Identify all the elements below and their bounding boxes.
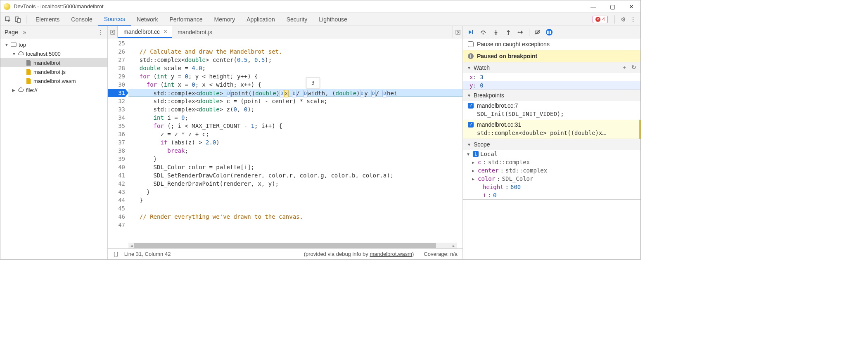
pause-caught-row: Pause on caught exceptions	[463, 38, 640, 50]
coverage-status: Coverage: n/a	[424, 251, 458, 257]
maximize-button[interactable]: ▢	[607, 2, 618, 11]
settings-icon[interactable]: ⚙	[618, 14, 628, 24]
main-toolbar: ElementsConsoleSourcesNetworkPerformance…	[0, 13, 640, 26]
watch-refresh-icon[interactable]: ↻	[631, 64, 636, 71]
tree-item[interactable]: mandelbrot.js	[0, 67, 107, 76]
close-tab-icon[interactable]: ✕	[163, 28, 168, 35]
debugger-toolbar: ▮▮	[463, 26, 640, 38]
close-button[interactable]: ✕	[626, 2, 637, 11]
svg-rect-2	[17, 19, 20, 22]
scope-section: ▼Scope ▼L Local▶c: std::complex▶center: …	[463, 139, 640, 200]
tab-lighthouse[interactable]: Lighthouse	[313, 13, 353, 26]
inspect-icon[interactable]	[3, 14, 13, 24]
resume-icon[interactable]	[467, 28, 475, 36]
kebab-icon[interactable]: ⋮	[628, 14, 638, 24]
scope-item[interactable]: i: 0	[463, 191, 640, 199]
tab-performance[interactable]: Performance	[164, 13, 208, 26]
tree-item[interactable]: mandelbrot	[0, 58, 107, 67]
minimize-button[interactable]: —	[588, 2, 599, 11]
svg-point-6	[483, 33, 484, 34]
value-tooltip: 3	[306, 78, 320, 88]
step-over-icon[interactable]	[479, 28, 488, 36]
file-tab[interactable]: mandelbrot.js	[172, 26, 216, 38]
pause-state-icon[interactable]: ▮▮	[546, 29, 553, 35]
watch-item[interactable]: y: 0	[463, 81, 640, 90]
step-icon[interactable]	[517, 28, 525, 36]
pause-caught-label: Pause on caught exceptions	[477, 41, 550, 47]
device-icon[interactable]	[13, 14, 23, 24]
navigator-more-tabs[interactable]: »	[23, 29, 26, 35]
debug-info-link[interactable]: mandelbrot.wasm	[370, 251, 412, 257]
svg-rect-4	[456, 30, 460, 34]
tab-application[interactable]: Application	[241, 13, 281, 26]
watch-section: ▼Watch＋↻ x: 3y: 0	[463, 62, 640, 90]
titlebar: DevTools - localhost:5000/mandelbrot — ▢…	[0, 0, 640, 13]
error-badge[interactable]: ✕4	[593, 16, 608, 23]
scope-item[interactable]: height: 600	[463, 183, 640, 191]
watch-header[interactable]: ▼Watch＋↻	[463, 62, 640, 73]
breakpoint-checkbox[interactable]	[468, 103, 474, 109]
tree-item[interactable]: ▼top	[0, 40, 107, 49]
navigator-title: Page	[5, 29, 18, 35]
file-tab[interactable]: mandelbrot.cc✕	[118, 26, 172, 38]
tab-security[interactable]: Security	[281, 13, 313, 26]
svg-point-7	[496, 33, 497, 35]
window-title: DevTools - localhost:5000/mandelbrot	[14, 3, 588, 9]
tab-sources[interactable]: Sources	[98, 13, 131, 26]
svg-rect-5	[472, 30, 473, 34]
breakpoint-item[interactable]: mandelbrot.cc:31std::complex<double> poi…	[463, 120, 640, 139]
tab-console[interactable]: Console	[65, 13, 98, 26]
scope-header[interactable]: ▼Scope	[463, 139, 640, 150]
scope-item[interactable]: ▶color: SDL_Color	[463, 175, 640, 183]
tab-network[interactable]: Network	[131, 13, 164, 26]
tab-memory[interactable]: Memory	[209, 13, 241, 26]
watch-add-icon[interactable]: ＋	[621, 64, 627, 71]
tab-nav-left-icon[interactable]	[108, 26, 118, 38]
svg-rect-3	[111, 30, 115, 34]
breakpoint-checkbox[interactable]	[468, 122, 474, 128]
tree-item[interactable]: mandelbrot.wasm	[0, 76, 107, 85]
file-tree: ▼top▼localhost:5000mandelbrotmandelbrot.…	[0, 38, 107, 96]
breakpoints-section: ▼Breakpoints mandelbrot.cc:7SDL_Init(SDL…	[463, 90, 640, 139]
tree-item[interactable]: ▼localhost:5000	[0, 49, 107, 58]
code-editor[interactable]: 2526272829303132333435363738394041424344…	[108, 38, 462, 248]
navigator-menu-icon[interactable]: ⋮	[97, 29, 103, 35]
info-icon: i	[468, 53, 474, 59]
editor-statusbar: {} Line 31, Column 42 (provided via debu…	[108, 248, 462, 259]
watch-item[interactable]: x: 3	[463, 73, 640, 81]
tab-nav-right-icon[interactable]	[453, 26, 462, 38]
step-into-icon[interactable]	[492, 28, 500, 36]
deactivate-breakpoints-icon[interactable]	[534, 28, 542, 36]
file-tabs: mandelbrot.cc✕mandelbrot.js	[108, 26, 462, 38]
error-count: 4	[602, 17, 605, 22]
cursor-position: Line 31, Column 42	[124, 251, 171, 257]
tab-elements[interactable]: Elements	[30, 13, 65, 26]
pause-caught-checkbox[interactable]	[468, 41, 474, 47]
breakpoint-item[interactable]: mandelbrot.cc:7SDL_Init(SDL_INIT_VIDEO);	[463, 101, 640, 120]
scope-item[interactable]: ▼L Local	[463, 150, 640, 158]
tree-item[interactable]: ▶file://	[0, 85, 107, 94]
scope-item[interactable]: ▶center: std::complex	[463, 166, 640, 175]
app-icon	[4, 3, 10, 10]
pretty-print-icon[interactable]: {}	[113, 251, 119, 257]
step-out-icon[interactable]	[504, 28, 512, 36]
editor-panel: mandelbrot.cc✕mandelbrot.js 252627282930…	[108, 26, 463, 259]
paused-banner-text: Paused on breakpoint	[477, 53, 537, 59]
scope-item[interactable]: ▶c: std::complex	[463, 158, 640, 166]
paused-banner: i Paused on breakpoint	[463, 50, 640, 62]
panel-tabs: ElementsConsoleSourcesNetworkPerformance…	[30, 13, 353, 26]
horizontal-scrollbar[interactable]: ◄►	[128, 243, 457, 248]
svg-point-9	[518, 31, 519, 33]
navigator-panel: Page » ⋮ ▼top▼localhost:5000mandelbrotma…	[0, 26, 108, 259]
breakpoints-header[interactable]: ▼Breakpoints	[463, 90, 640, 101]
debugger-panel: ▮▮ Pause on caught exceptions i Paused o…	[463, 26, 640, 259]
svg-point-8	[508, 33, 509, 35]
